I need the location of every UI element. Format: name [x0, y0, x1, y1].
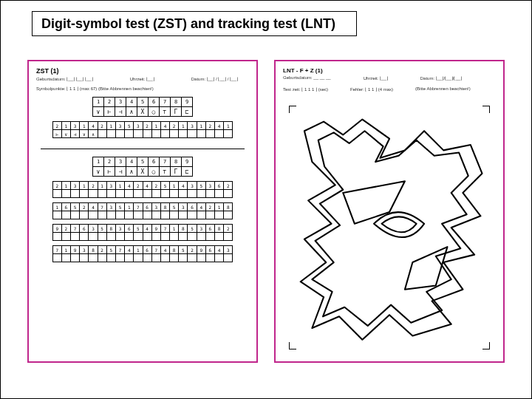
strip-blank: [224, 233, 233, 241]
strip-digit: 3: [71, 122, 80, 130]
strip-digit: 2: [151, 182, 160, 190]
strip-digit: 5: [106, 246, 115, 254]
panel-container: ZST (1) Geburtsdatum: ⌊__⌋ ⌊__⌋ ⌊__⌋ Uhr…: [27, 60, 505, 363]
key-symbol: ∨: [93, 167, 104, 177]
strip-blank: [205, 233, 214, 241]
strip-digit: 6: [188, 203, 197, 211]
lnt-time: Uhrzeit: ⌊__⌋: [364, 75, 388, 81]
strip-digit: 5: [188, 225, 197, 233]
strip-digit: 4: [160, 122, 169, 130]
strip-digit: 3: [134, 122, 143, 130]
lnt-note: (Bitte Abbrennen beachten!): [415, 86, 471, 92]
slide-title-box: Digit-symbol test (ZST) and tracking tes…: [32, 11, 357, 36]
strip-blank: [170, 254, 179, 262]
key-digit: 4: [126, 157, 137, 167]
lnt-maze: [289, 106, 490, 349]
strip-blank: [197, 233, 205, 241]
lnt-meta-row: Geburtsdatum: __ __ __ Uhrzeit: ⌊__⌋ Dat…: [283, 75, 496, 81]
key-digit: 9: [182, 98, 193, 107]
lnt-date: Datum: ⌊__⌋/⌊__⌋/⌊__⌋: [420, 75, 462, 81]
strip-digit: 1: [61, 246, 70, 254]
strip-digit: 7: [160, 225, 169, 233]
strip-digit: 6: [205, 246, 214, 254]
strip-digit: 5: [160, 182, 169, 190]
strip-blank: [80, 233, 89, 241]
strip-digit: 5: [71, 203, 80, 211]
strip-digit: 6: [125, 225, 134, 233]
strip-digit: 8: [224, 203, 233, 211]
strip-digit: 8: [215, 225, 224, 233]
key-digit: 1: [93, 157, 104, 167]
strip-blank: [52, 254, 61, 262]
strip-blank: [61, 190, 70, 198]
strip-digit: 7: [71, 225, 80, 233]
strip-blank: [215, 254, 224, 262]
strip-blank: [179, 190, 188, 198]
strip-digit: 1: [179, 122, 188, 130]
lnt-sub-row: Test zeit: ⌊ 1 1 1 ⌋ (sec) Fehler: ⌊ 1 1…: [283, 86, 496, 92]
strip-blank: [80, 211, 89, 219]
strip-digit: 1: [197, 122, 205, 130]
key-symbol: Г: [171, 167, 182, 177]
key-symbol: ⊤: [160, 167, 171, 177]
strip-blank: [143, 254, 151, 262]
strip-blank: [80, 254, 89, 262]
strip-digit: 6: [61, 203, 70, 211]
strip-symbol: [160, 130, 169, 138]
zst-test-strip: 71938257416748529643: [36, 245, 249, 262]
strip-digit: 2: [205, 122, 214, 130]
strip-blank: [224, 211, 233, 219]
key-symbol: ⊣: [115, 107, 126, 117]
strip-digit: 4: [89, 122, 98, 130]
strip-digit: 3: [224, 246, 233, 254]
zst-time: Uhrzeit: ⌊__⌋: [130, 76, 154, 81]
strip-digit: 2: [205, 203, 214, 211]
strip-blank: [71, 254, 80, 262]
strip-blank: [106, 254, 115, 262]
key-symbol: ⊏: [182, 107, 193, 117]
key-digit: 4: [126, 98, 137, 107]
strip-blank: [205, 254, 214, 262]
key-digit: 2: [104, 157, 115, 167]
strip-blank: [160, 233, 169, 241]
strip-digit: 5: [179, 246, 188, 254]
strip-symbol: ∧: [89, 130, 98, 138]
strip-blank: [197, 190, 205, 198]
strip-blank: [106, 233, 115, 241]
strip-digit: 2: [98, 246, 106, 254]
strip-symbol: [224, 130, 233, 138]
slide-title: Digit-symbol test (ZST) and tracking tes…: [41, 16, 335, 32]
strip-digit: 8: [160, 203, 169, 211]
strip-digit: 3: [151, 203, 160, 211]
strip-digit: 5: [197, 182, 205, 190]
strip-blank: [115, 254, 124, 262]
strip-digit: 4: [179, 182, 188, 190]
key-symbol: ∨: [93, 107, 104, 117]
strip-symbol: ⊣: [71, 130, 80, 138]
strip-symbol: [106, 130, 115, 138]
strip-blank: [89, 211, 98, 219]
key-symbol: ⊣: [115, 167, 126, 177]
strip-blank: [188, 233, 197, 241]
crop-mark-tl: [289, 106, 296, 113]
key-digit: 3: [115, 157, 126, 167]
strip-blank: [197, 254, 205, 262]
strip-digit: 1: [134, 246, 143, 254]
strip-symbol: [151, 130, 160, 138]
key-digit: 8: [171, 98, 182, 107]
strip-digit: 2: [143, 122, 151, 130]
strip-blank: [89, 190, 98, 198]
strip-blank: [215, 233, 224, 241]
strip-digit: 1: [98, 182, 106, 190]
key-symbol: ⊢: [104, 167, 115, 177]
strip-digit: 1: [80, 122, 89, 130]
strip-blank: [125, 211, 134, 219]
strip-digit: 9: [151, 225, 160, 233]
strip-blank: [61, 254, 70, 262]
strip-blank: [151, 254, 160, 262]
strip-digit: 5: [134, 225, 143, 233]
strip-digit: 7: [52, 246, 61, 254]
strip-blank: [179, 233, 188, 241]
strip-digit: 2: [52, 122, 61, 130]
strip-symbol: [197, 130, 205, 138]
